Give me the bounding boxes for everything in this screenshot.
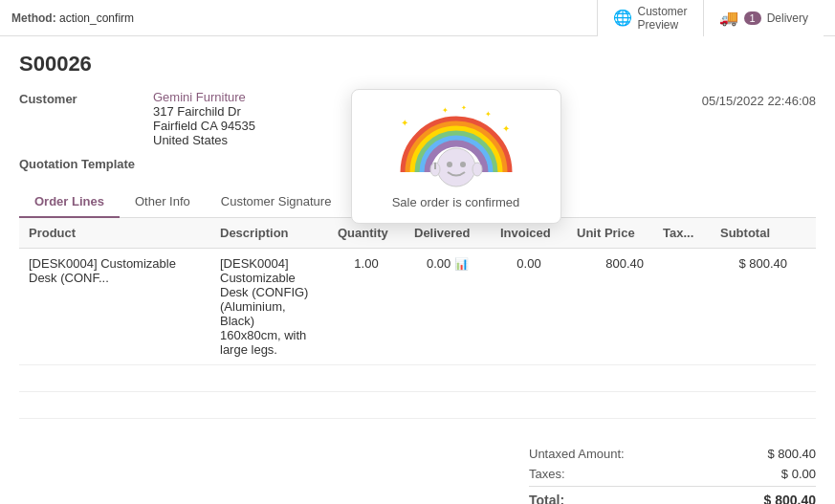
cell-invoiced: 0.00 <box>491 249 567 365</box>
tab-customer-signature[interactable]: Customer Signature <box>206 186 347 218</box>
delivery-label: Delivery <box>767 11 808 25</box>
untaxed-value: $ 800.40 <box>767 447 816 461</box>
delivery-button[interactable]: 🚚 1 Delivery <box>703 0 824 36</box>
confirmation-popup: ✦ ✦ ✦ ✦ ✦ <box>351 89 561 224</box>
method-value: action_confirm <box>59 11 134 25</box>
globe-icon: 🌐 <box>613 9 632 27</box>
col-header-description: Description <box>210 218 328 249</box>
truck-icon: 🚚 <box>719 9 738 27</box>
tab-other-info[interactable]: Other Info <box>120 186 206 218</box>
cell-row-actions <box>797 249 816 365</box>
total-row: Total: $ 800.40 <box>529 486 816 504</box>
cell-quantity: 1.00 <box>328 249 405 365</box>
datetime-field: 05/15/2022 22:46:08 <box>702 94 816 108</box>
rainbow-illustration: ✦ ✦ ✦ ✦ ✦ <box>389 105 523 191</box>
cell-product: [DESK0004] Customizable Desk (CONF... <box>19 249 210 365</box>
table-row: [DESK0004] Customizable Desk (CONF... [D… <box>19 249 816 365</box>
col-header-product: Product <box>19 218 210 249</box>
col-header-subtotal: Subtotal <box>711 218 797 249</box>
svg-text:✦: ✦ <box>502 123 510 134</box>
svg-point-10 <box>472 163 482 176</box>
totals-section: Untaxed Amount: $ 800.40 Taxes: $ 0.00 T… <box>0 434 835 504</box>
taxes-label: Taxes: <box>529 467 565 481</box>
cell-subtotal: $ 800.40 <box>711 249 797 365</box>
cell-delivered: 0.00 📊 <box>405 249 491 365</box>
svg-text:✦: ✦ <box>485 110 492 119</box>
top-bar-actions: 🌐 CustomerPreview 🚚 1 Delivery <box>597 0 824 36</box>
customer-label: Customer <box>19 90 153 106</box>
col-header-unit-price: Unit Price <box>567 218 653 249</box>
method-info: Method: action_confirm <box>11 11 597 25</box>
tab-order-lines[interactable]: Order Lines <box>19 186 120 218</box>
svg-point-6 <box>447 162 452 167</box>
col-header-actions <box>797 218 816 249</box>
cell-unit-price: 800.40 <box>567 249 653 365</box>
order-title: S00026 <box>19 52 816 77</box>
customer-name-link[interactable]: Gemini Furniture <box>153 90 246 104</box>
total-label: Total: <box>529 493 564 504</box>
cell-description: [DESK0004] Customizable Desk (CONFIG) (A… <box>210 249 328 365</box>
main-content: S00026 Customer Gemini Furniture 317 Fai… <box>0 36 835 434</box>
untaxed-label: Untaxed Amount: <box>529 447 625 461</box>
confirmation-message: Sale order is confirmed <box>392 195 520 209</box>
table-row-empty-1 <box>19 365 816 392</box>
quotation-template-label: Quotation Template <box>19 155 153 171</box>
delivery-count-badge: 1 <box>744 11 761 25</box>
col-header-tax: Tax... <box>653 218 711 249</box>
customer-preview-button[interactable]: 🌐 CustomerPreview <box>597 0 703 36</box>
svg-text:✦: ✦ <box>401 118 408 128</box>
top-bar: Method: action_confirm 🌐 CustomerPreview… <box>0 0 835 36</box>
totals-table: Untaxed Amount: $ 800.40 Taxes: $ 0.00 T… <box>529 444 816 504</box>
untaxed-amount-row: Untaxed Amount: $ 800.40 <box>529 444 816 464</box>
svg-text:✦: ✦ <box>461 105 467 111</box>
customer-preview-label: CustomerPreview <box>638 5 688 32</box>
method-label: Method: <box>11 11 56 25</box>
chart-icon[interactable]: 📊 <box>454 257 469 271</box>
character-illustration <box>428 139 484 191</box>
cell-tax <box>653 249 711 365</box>
svg-point-5 <box>437 148 475 186</box>
taxes-row: Taxes: $ 0.00 <box>529 464 816 484</box>
taxes-value: $ 0.00 <box>781 467 816 481</box>
order-lines-table: Product Description Quantity Delivered I… <box>19 218 816 419</box>
total-value: $ 800.40 <box>764 493 817 504</box>
svg-text:✦: ✦ <box>442 106 449 115</box>
svg-point-7 <box>460 162 466 167</box>
table-row-empty-2 <box>19 392 816 419</box>
